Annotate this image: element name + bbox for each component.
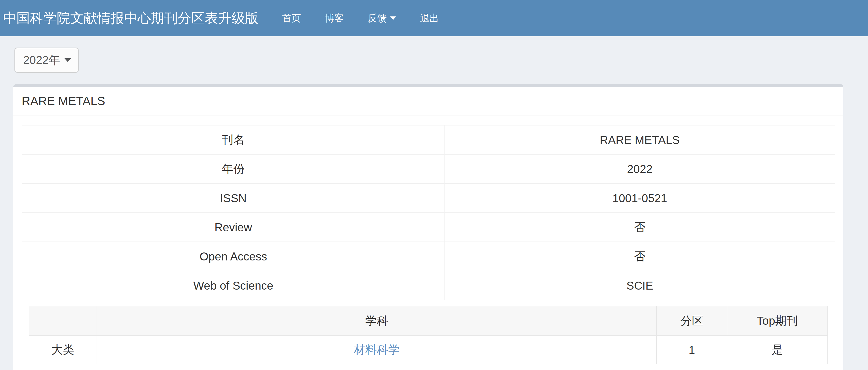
table-row: Open Access 否 bbox=[22, 242, 835, 271]
subject-table: 学科 分区 Top期刊 大类 材料科学 1 bbox=[29, 306, 828, 364]
subject-header-row: 学科 分区 Top期刊 bbox=[29, 306, 828, 336]
category-cell: 大类 bbox=[29, 336, 97, 364]
info-label: ISSN bbox=[22, 184, 445, 213]
subject-link[interactable]: 材料科学 bbox=[354, 343, 400, 356]
nav-item-logout[interactable]: 退出 bbox=[408, 12, 451, 25]
info-value: 否 bbox=[445, 213, 835, 242]
nav-item-blog-label: 博客 bbox=[325, 12, 344, 25]
partition-cell: 1 bbox=[657, 336, 727, 364]
nav-item-feedback-label: 反馈 bbox=[368, 12, 387, 25]
nav-item-feedback[interactable]: 反馈 bbox=[356, 12, 408, 25]
info-label: 刊名 bbox=[22, 125, 445, 154]
info-label: Review bbox=[22, 213, 445, 242]
brand-title[interactable]: 中国科学院文献情报中心期刊分区表升级版 bbox=[3, 9, 258, 27]
partition-header: 分区 bbox=[657, 306, 727, 336]
toolbar: 2022年 bbox=[14, 48, 868, 73]
info-label: 年份 bbox=[22, 154, 445, 184]
table-row: Review 否 bbox=[22, 213, 835, 242]
year-dropdown-label: 2022年 bbox=[23, 53, 60, 68]
table-row: Web of Science SCIE bbox=[22, 271, 835, 300]
page-title: RARE METALS bbox=[13, 87, 843, 116]
journal-info-table: 刊名 RARE METALS 年份 2022 ISSN 1001-0521 bbox=[22, 125, 835, 300]
info-value: SCIE bbox=[445, 271, 835, 300]
table-row: 大类 材料科学 1 是 bbox=[29, 336, 828, 364]
category-header bbox=[29, 306, 97, 336]
table-row: 刊名 RARE METALS bbox=[22, 125, 835, 154]
subject-header: 学科 bbox=[97, 306, 657, 336]
subject-table-container: 学科 分区 Top期刊 大类 材料科学 1 bbox=[22, 300, 835, 367]
journal-panel-wrap: RARE METALS 刊名 RARE METALS 年份 2022 IS bbox=[13, 84, 843, 370]
nav-item-home-label: 首页 bbox=[282, 12, 301, 25]
table-row: 年份 2022 bbox=[22, 154, 835, 184]
top-journal-header: Top期刊 bbox=[727, 306, 828, 336]
caret-down-icon bbox=[64, 58, 71, 62]
info-label: Web of Science bbox=[22, 271, 445, 300]
subject-cell: 材料科学 bbox=[97, 336, 657, 364]
nav-item-logout-label: 退出 bbox=[420, 12, 439, 25]
navbar: 中国科学院文献情报中心期刊分区表升级版 首页 博客 反馈 退出 bbox=[0, 0, 868, 36]
journal-panel: RARE METALS 刊名 RARE METALS 年份 2022 IS bbox=[13, 87, 843, 370]
nav-item-home[interactable]: 首页 bbox=[270, 12, 313, 25]
panel-body: 刊名 RARE METALS 年份 2022 ISSN 1001-0521 bbox=[13, 116, 843, 367]
info-value: 1001-0521 bbox=[445, 184, 835, 213]
year-dropdown-button[interactable]: 2022年 bbox=[14, 48, 79, 73]
info-value: 2022 bbox=[445, 154, 835, 184]
table-row: ISSN 1001-0521 bbox=[22, 184, 835, 213]
page: 中国科学院文献情报中心期刊分区表升级版 首页 博客 反馈 退出 2022年 RA… bbox=[0, 0, 868, 370]
navbar-links: 首页 博客 反馈 退出 bbox=[270, 12, 451, 25]
caret-down-icon bbox=[390, 17, 396, 20]
info-label: Open Access bbox=[22, 242, 445, 271]
info-value: 否 bbox=[445, 242, 835, 271]
top-journal-cell: 是 bbox=[727, 336, 828, 364]
info-value: RARE METALS bbox=[445, 125, 835, 154]
nav-item-blog[interactable]: 博客 bbox=[313, 12, 356, 25]
